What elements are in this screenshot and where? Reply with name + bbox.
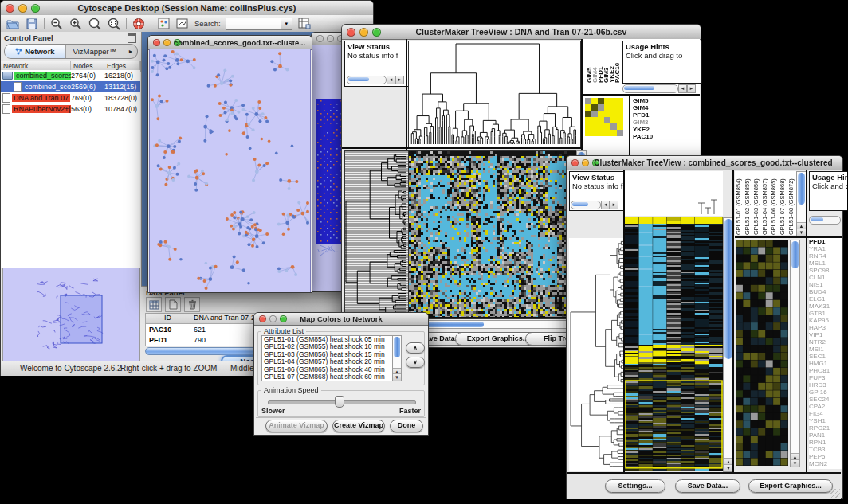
attribute-browser-icon[interactable] xyxy=(297,17,312,30)
column-label[interactable]: GPL51-02 (GSM855) xyxy=(744,171,752,235)
usage-hints-scrollbar[interactable]: ◄ ► xyxy=(622,84,696,93)
gene-label[interactable]: MON2 xyxy=(809,460,842,467)
close-button[interactable] xyxy=(153,39,160,46)
resize-grip[interactable] xyxy=(830,489,840,498)
gene-label[interactable]: CLN1 xyxy=(809,274,842,281)
dialog-title-bar[interactable]: Map Colors to Network xyxy=(254,313,428,326)
treeview2-zoom-scrollbar[interactable]: ▲ ▼ xyxy=(790,240,800,467)
treeview2-heatmap[interactable] xyxy=(625,217,723,471)
gene-label[interactable]: HRD3 xyxy=(809,381,842,389)
close-button[interactable] xyxy=(6,4,14,13)
speed-slider-thumb[interactable] xyxy=(335,396,344,408)
network-list-row[interactable]: combined_scores_ 2764(0) 16218(0) xyxy=(1,70,140,81)
zoom-out-icon[interactable] xyxy=(49,17,64,30)
gene-label[interactable]: TCB3 xyxy=(809,446,842,453)
gene-label[interactable]: MSL1 xyxy=(809,260,842,267)
treeview1-heatmap[interactable] xyxy=(408,150,577,319)
settings-button[interactable]: Settings... xyxy=(605,479,665,493)
scroll-right-icon[interactable]: ► xyxy=(395,76,404,84)
move-up-button[interactable]: ∧ xyxy=(406,342,425,354)
gene-label[interactable]: VIP1 xyxy=(809,331,842,338)
gene-label[interactable]: YRA1 xyxy=(809,245,842,252)
network-canvas[interactable] xyxy=(149,49,311,292)
scroll-down-icon[interactable]: ▼ xyxy=(791,459,799,467)
gene-label[interactable]: BUD4 xyxy=(809,288,842,295)
close-button[interactable] xyxy=(347,28,355,37)
column-label[interactable]: GIM3 xyxy=(603,41,608,83)
gene-label[interactable]: PAN1 xyxy=(809,432,842,439)
gene-label[interactable]: SEC1 xyxy=(809,353,842,360)
column-label[interactable]: YKE2 xyxy=(608,41,614,83)
gene-label[interactable]: CPA2 xyxy=(809,403,842,410)
save-session-button[interactable] xyxy=(25,17,39,30)
zoom-fit-icon[interactable] xyxy=(107,17,121,30)
treeview1-row-dendrogram[interactable] xyxy=(344,150,409,319)
column-label[interactable]: GIM4 xyxy=(591,41,597,83)
network-list-row[interactable]: combined_sco 2569(6) 13112(15) xyxy=(1,81,140,92)
scroll-left-icon[interactable]: ◄ xyxy=(387,76,395,84)
zoom-in-icon[interactable] xyxy=(69,17,83,30)
new-attribute-icon[interactable] xyxy=(165,297,181,312)
tab-overflow-arrow[interactable]: ► xyxy=(124,45,137,58)
scroll-down-icon[interactable]: ▼ xyxy=(393,373,401,381)
gene-label[interactable]: KAP95 xyxy=(809,317,842,324)
gene-label[interactable]: SEC24 xyxy=(809,396,842,403)
gene-label[interactable]: PFD1 xyxy=(633,111,697,119)
minimize-button[interactable] xyxy=(327,35,334,42)
network-list-row[interactable]: RNAPuberNov2+| 563(0) 107847(0) xyxy=(1,104,140,115)
gene-label[interactable]: GIM3 xyxy=(633,119,697,126)
column-label[interactable]: GIM5 xyxy=(586,41,591,83)
gene-label[interactable]: PUF3 xyxy=(809,374,842,381)
gene-label[interactable]: NTR2 xyxy=(809,338,842,346)
tab-network[interactable]: Network xyxy=(5,45,65,58)
treeview1-mini-heatmap[interactable] xyxy=(585,98,623,136)
usage-hints-scrollbar[interactable] xyxy=(809,216,841,225)
gene-label[interactable]: GPI16 xyxy=(809,389,842,396)
treeview2-zoom-heatmap[interactable] xyxy=(736,240,788,466)
gene-label[interactable]: PEP5 xyxy=(809,453,842,460)
view-status-scrollbar[interactable]: ◄ ► xyxy=(571,201,618,209)
gene-label[interactable]: ELG1 xyxy=(809,295,842,303)
treeview2-row-dendrogram[interactable] xyxy=(569,238,623,471)
gene-label[interactable]: GIM4 xyxy=(633,104,697,111)
minimize-button[interactable] xyxy=(359,28,368,37)
column-label[interactable]: GPL51-03 (GSM856) xyxy=(752,171,761,235)
gene-label[interactable]: HAP3 xyxy=(809,324,842,331)
gene-label[interactable]: PHO81 xyxy=(809,367,842,374)
treeview2-column-dendrogram[interactable] xyxy=(625,171,723,216)
move-down-button[interactable]: ∨ xyxy=(406,357,425,368)
gene-label[interactable]: GTB1 xyxy=(809,310,842,317)
gene-label[interactable]: MSI1 xyxy=(809,346,842,353)
search-dropdown-icon[interactable]: ▾ xyxy=(281,18,292,30)
network-list-row[interactable]: DNA and Tran 07 769(0) 183728(0) xyxy=(1,92,140,104)
main-title-bar[interactable]: Cytoscape Desktop (Session Name: collins… xyxy=(1,1,373,16)
select-attributes-icon[interactable] xyxy=(146,297,162,312)
view-status-scrollbar[interactable]: ◄ ► xyxy=(347,76,404,84)
gene-label[interactable]: PFD1 xyxy=(809,238,842,245)
gene-label[interactable]: YSH1 xyxy=(809,417,842,424)
map-colors-dialog[interactable]: Map Colors to Network Attribute List GPL… xyxy=(253,312,429,436)
gene-label[interactable]: RNR4 xyxy=(809,252,842,260)
gene-label[interactable]: SPC98 xyxy=(809,267,842,274)
network-window-title-bar[interactable]: combined_scores_good.txt--cluste... xyxy=(148,36,312,50)
close-button[interactable] xyxy=(571,159,579,166)
gene-label[interactable]: YKE2 xyxy=(633,126,697,133)
scroll-right-icon[interactable]: ► xyxy=(610,201,618,209)
done-button[interactable]: Done xyxy=(390,420,423,432)
close-button[interactable] xyxy=(316,35,324,42)
column-label[interactable]: PAC10 xyxy=(614,41,619,83)
column-label[interactable]: GPL51-04 (GSM857) xyxy=(761,171,770,235)
open-session-button[interactable] xyxy=(6,17,20,30)
save-data-button[interactable]: Save Data... xyxy=(675,479,740,493)
gene-label[interactable]: NIS1 xyxy=(809,281,842,288)
network-view-window[interactable]: combined_scores_good.txt--cluste... xyxy=(147,35,312,293)
scroll-left-icon[interactable]: ◄ xyxy=(601,201,610,209)
scroll-right-icon[interactable]: ► xyxy=(687,84,696,93)
zoom-selected-icon[interactable] xyxy=(88,17,102,30)
treeview-combined-window[interactable]: ClusterMaker TreeView : combined_scores_… xyxy=(566,155,843,499)
vizmapper-icon[interactable] xyxy=(156,17,171,30)
gene-label[interactable]: PAC10 xyxy=(633,133,697,140)
gene-label[interactable]: FIG4 xyxy=(809,410,842,417)
column-label[interactable]: PFD1 xyxy=(597,41,603,83)
column-label[interactable]: GPL51-01 (GSM854) xyxy=(735,171,744,235)
